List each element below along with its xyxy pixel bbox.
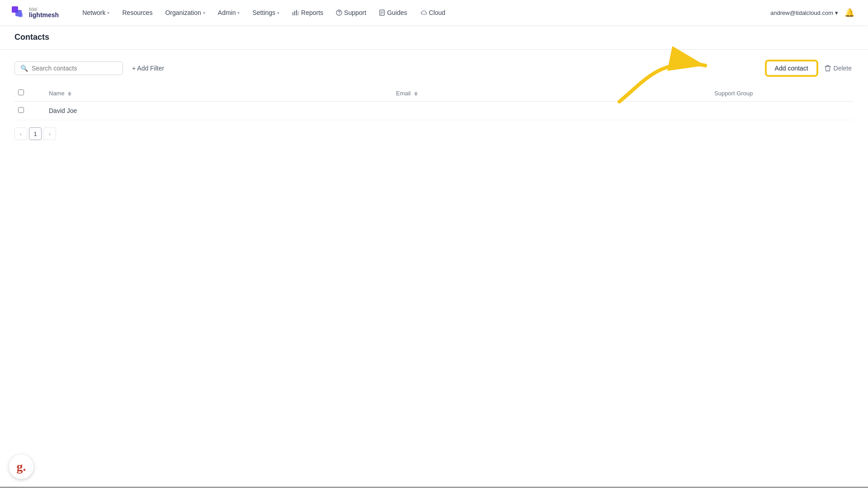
- support-icon: [336, 9, 342, 16]
- grammarly-badge[interactable]: g.: [9, 455, 33, 479]
- row-checkbox[interactable]: [18, 107, 24, 113]
- chevron-down-icon: ▾: [203, 10, 205, 15]
- nav-item-settings[interactable]: Settings ▾: [247, 6, 285, 19]
- name-column-header[interactable]: Name: [43, 85, 391, 102]
- nav-item-reports[interactable]: Reports: [287, 6, 329, 19]
- nav-right: andrew@tidalcloud.com ▾ 🔔: [770, 5, 857, 20]
- content-area: 🔍 + Add Filter Add contact Delete: [0, 50, 868, 487]
- row-checkbox-cell[interactable]: [14, 102, 43, 120]
- table-body: David Joe: [14, 102, 854, 120]
- nav-item-admin[interactable]: Admin ▾: [212, 6, 245, 19]
- add-contact-button[interactable]: Add contact: [766, 61, 817, 76]
- svg-rect-3: [292, 12, 293, 15]
- svg-point-8: [339, 14, 340, 15]
- reports-icon: [292, 9, 298, 16]
- chevron-down-icon: ▾: [835, 9, 838, 16]
- chevron-down-icon: ▾: [277, 10, 279, 15]
- search-box[interactable]: 🔍: [14, 61, 123, 75]
- svg-rect-2: [18, 13, 23, 17]
- pagination-next-button[interactable]: ›: [43, 127, 56, 140]
- toolbar-left: 🔍 + Add Filter: [14, 61, 166, 75]
- toolbar-right: Add contact Delete: [766, 61, 854, 76]
- pagination: ‹ 1 ›: [14, 127, 854, 140]
- contact-name-cell[interactable]: David Joe: [43, 102, 391, 120]
- add-filter-button[interactable]: + Add Filter: [130, 62, 166, 75]
- support-group-column-header: Support Group: [709, 85, 854, 102]
- logo-lightmesh: lightmesh: [29, 12, 59, 19]
- search-icon: 🔍: [20, 65, 28, 72]
- pagination-page-1[interactable]: 1: [29, 127, 42, 140]
- chevron-down-icon: ▾: [237, 10, 240, 15]
- trash-icon: [825, 65, 831, 72]
- notification-bell-icon[interactable]: 🔔: [842, 5, 857, 20]
- nav-item-cloud[interactable]: Cloud: [415, 6, 451, 19]
- contact-support-group-cell: [709, 102, 854, 120]
- select-all-header[interactable]: [14, 85, 43, 102]
- delete-button[interactable]: Delete: [823, 61, 854, 75]
- nav-item-resources[interactable]: Resources: [117, 6, 158, 19]
- toolbar: 🔍 + Add Filter Add contact Delete: [14, 61, 854, 76]
- email-column-header[interactable]: Email: [391, 85, 709, 102]
- logo[interactable]: tidal lightmesh: [11, 5, 59, 20]
- logo-text: tidal lightmesh: [29, 7, 59, 19]
- navbar: tidal lightmesh Network ▾ Resources Orga…: [0, 0, 868, 25]
- guides-icon: [379, 9, 385, 16]
- svg-rect-5: [296, 10, 297, 15]
- select-all-checkbox[interactable]: [18, 89, 24, 95]
- svg-rect-4: [294, 11, 295, 15]
- nav-item-network[interactable]: Network ▾: [77, 6, 115, 19]
- contact-email-cell: [391, 102, 709, 120]
- contacts-table: Name Email Support Group: [14, 85, 854, 120]
- pagination-prev-button[interactable]: ‹: [14, 127, 27, 140]
- svg-rect-6: [298, 11, 298, 15]
- chevron-down-icon: ▾: [107, 10, 109, 15]
- user-email[interactable]: andrew@tidalcloud.com ▾: [770, 9, 838, 16]
- page-title: Contacts: [14, 33, 854, 42]
- table-header: Name Email Support Group: [14, 85, 854, 102]
- grammarly-icon: g.: [17, 460, 26, 474]
- cloud-icon: [420, 10, 427, 15]
- sort-icon: [68, 92, 71, 96]
- nav-item-guides[interactable]: Guides: [373, 6, 412, 19]
- table-row: David Joe: [14, 102, 854, 120]
- logo-icon: [11, 5, 25, 20]
- page-header: Contacts: [0, 25, 868, 50]
- nav-item-organization[interactable]: Organization ▾: [160, 6, 210, 19]
- nav-items: Network ▾ Resources Organization ▾ Admin…: [77, 6, 770, 19]
- search-input[interactable]: [32, 65, 117, 72]
- nav-item-support[interactable]: Support: [330, 6, 372, 19]
- sort-icon: [414, 92, 418, 96]
